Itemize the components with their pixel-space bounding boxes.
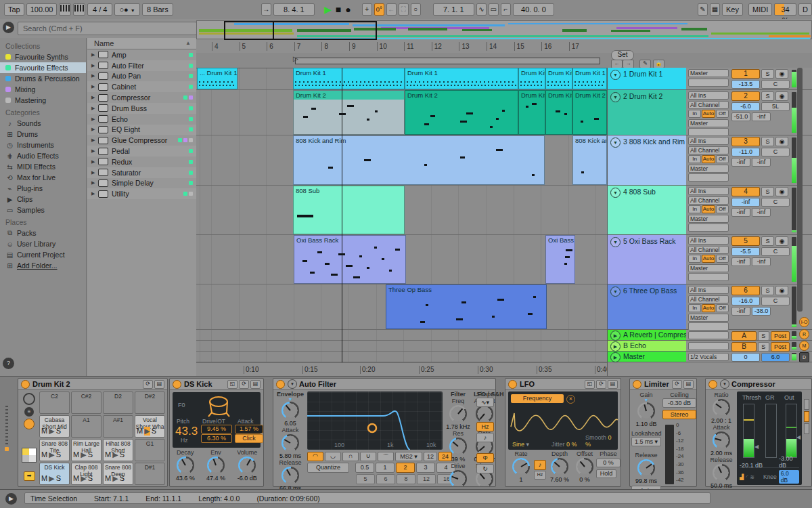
offset-knob[interactable]	[576, 458, 593, 475]
send-b-field[interactable]: -inf	[752, 158, 771, 167]
pad-mute-button[interactable]: M	[41, 474, 47, 483]
input-channel-select[interactable]: All Channel	[688, 246, 729, 254]
hot-swap-icon[interactable]: ⟳	[239, 380, 249, 389]
monitor-in[interactable]: In	[688, 205, 701, 213]
reenable-automation-button[interactable]: ←	[386, 3, 397, 16]
session-record-button[interactable]: ○	[411, 3, 421, 16]
pad-play-button[interactable]: ▶	[81, 450, 86, 459]
expand-arrow-icon[interactable]: ▶	[91, 148, 98, 154]
pad-mute-button[interactable]: M	[137, 427, 143, 436]
fold-icon[interactable]: ▼	[720, 379, 729, 389]
pad-view-icon[interactable]	[24, 419, 35, 429]
drum-pad-snare-808-deep[interactable]: Snare 808 DeepM▶S	[103, 463, 133, 485]
browser-device-item[interactable]: ▶Pedal	[87, 146, 196, 156]
browser-device-item[interactable]: ▶Simple Delay	[87, 178, 196, 189]
overview-zoom-rect[interactable]	[224, 21, 377, 40]
draw-mode-button[interactable]: ✎	[698, 3, 708, 16]
expand-arrow-icon[interactable]: ▶	[91, 127, 98, 132]
beat-time-ruler[interactable]: 4567891011121314151617	[196, 41, 812, 54]
hold-button[interactable]: Hold	[596, 469, 616, 478]
drum-pad-d-2[interactable]: D#2	[135, 391, 165, 414]
output-channel-box[interactable]	[688, 224, 729, 232]
ratio-knob[interactable]	[713, 399, 730, 417]
track-header[interactable]: ▼4 808 SubAll InsAll ChannelInAutoOffMas…	[608, 186, 812, 235]
output-select[interactable]: Master	[688, 69, 729, 77]
pad-solo-button[interactable]: S	[120, 450, 125, 459]
phase-toggle[interactable]: Φ	[476, 453, 494, 463]
track-name-area[interactable]: ▼5 Oxi Bass Rack	[608, 235, 686, 284]
monitor-off[interactable]: Off	[716, 155, 729, 163]
output-select[interactable]: Master	[688, 264, 729, 272]
transfer-curve-icon[interactable]: ◜	[746, 474, 748, 480]
expand-arrow-icon[interactable]: ▶	[91, 137, 98, 143]
return-activator[interactable]: A	[731, 331, 757, 341]
quantize-button[interactable]: Quantize	[307, 463, 349, 473]
highpass-icon[interactable]: ◡	[325, 452, 341, 461]
drum-pad-g1[interactable]: G1	[135, 439, 165, 461]
collapsed-view-icon[interactable]: ≋	[750, 474, 754, 480]
sync-hz-toggle[interactable]: Hz	[534, 471, 546, 480]
clip[interactable]: 808 Sub	[293, 186, 405, 234]
return-name-area[interactable]: ▶B Echo	[608, 341, 686, 351]
output-channel-box[interactable]	[688, 173, 729, 182]
device-on-icon[interactable]	[173, 380, 181, 389]
tap-tempo-button[interactable]: Tap	[4, 3, 24, 16]
activity-view-icon[interactable]: ▟	[740, 474, 744, 480]
track-activator[interactable]: 1	[731, 69, 760, 79]
category-item-audio-effects[interactable]: ⋕Audio Effects	[0, 150, 86, 161]
send-a-field[interactable]: -inf	[731, 307, 750, 316]
volume-field[interactable]: -13.5	[731, 80, 760, 89]
auto-filter-titlebar[interactable]: ▼ Auto Filter	[273, 379, 495, 390]
envelope-release-knob[interactable]	[281, 467, 299, 484]
track-header[interactable]: ▼3 808 Kick and RimAll InsAll ChannelInA…	[608, 135, 812, 186]
quantize-value-button[interactable]: 5	[356, 474, 375, 484]
computer-midi-keyboard-button[interactable]: ▦	[710, 3, 720, 16]
browser-device-item[interactable]: ▶Auto Filter	[87, 60, 196, 71]
category-item-instruments[interactable]: ◷Instruments	[0, 140, 86, 150]
clip[interactable]: Drum Kit 2	[293, 90, 405, 135]
volume-knob[interactable]	[238, 457, 256, 474]
unfold-track-icon[interactable]: ▼	[610, 287, 621, 297]
pad-solo-button[interactable]: S	[56, 450, 61, 459]
volume-field[interactable]: 0	[731, 353, 760, 362]
loop-start-field[interactable]: 7. 1. 1	[433, 3, 474, 16]
drum-pad-a1[interactable]: A1	[71, 415, 102, 438]
pre-post-toggle[interactable]: Post	[771, 342, 790, 352]
pad-mute-button[interactable]: M	[73, 450, 79, 459]
send-b-field[interactable]: -inf	[752, 208, 771, 217]
map-icon[interactable]: ◱	[585, 380, 595, 389]
input-channel-select[interactable]: All Channel	[688, 196, 729, 205]
collection-item[interactable]: Favourite Effects	[0, 62, 86, 73]
pan-field[interactable]: C	[761, 297, 790, 305]
loop-length-field[interactable]: 40. 0. 0	[513, 3, 554, 16]
browser-device-item[interactable]: ▶Drum Buss	[87, 103, 196, 114]
save-preset-icon[interactable]: ▤	[683, 380, 694, 389]
drum-pad-clap-808-light[interactable]: Clap 808 LightM▶S	[71, 463, 102, 485]
pad-mute-button[interactable]: M	[105, 474, 111, 483]
browser-device-item[interactable]: ▶Redux	[87, 156, 196, 167]
send-a-field[interactable]: -51.0	[731, 112, 750, 121]
chain-list-icon[interactable]: ≡	[24, 407, 34, 417]
monitor-in[interactable]: In	[688, 110, 701, 118]
preview-toggle-icon[interactable]: ▶	[5, 493, 17, 505]
play-button[interactable]: ▶	[324, 4, 332, 15]
category-item-drums[interactable]: ⊞Drums	[0, 129, 86, 140]
input-type-select[interactable]: All Ins	[688, 91, 729, 100]
unfold-track-icon[interactable]: ▶	[610, 352, 621, 362]
device-on-icon[interactable]	[21, 380, 30, 389]
automation-arm-button[interactable]: o°	[374, 3, 384, 16]
monitor-in[interactable]: In	[688, 155, 701, 163]
monitor-off[interactable]: Off	[716, 110, 729, 118]
pitch-value[interactable]: 43.3	[175, 425, 198, 438]
limiter-titlebar[interactable]: Limiter ⟳▤	[630, 379, 696, 390]
clip[interactable]: Drum Kit 1	[572, 68, 607, 89]
slope-12-button[interactable]: 12	[424, 452, 437, 461]
ds-kick-titlebar[interactable]: DS Kick ◱⟳▤	[170, 379, 263, 390]
stop-button[interactable]: ■	[336, 4, 341, 15]
arm-button[interactable]: ◉	[775, 286, 788, 295]
track-name-area[interactable]: ▼6 Three Op Bass	[608, 284, 686, 329]
quantize-value-button[interactable]: 3	[416, 463, 435, 473]
pad-solo-button[interactable]: S	[120, 474, 125, 483]
pan-field[interactable]: 6.0	[761, 353, 790, 362]
volume-field[interactable]: -inf	[731, 198, 760, 207]
